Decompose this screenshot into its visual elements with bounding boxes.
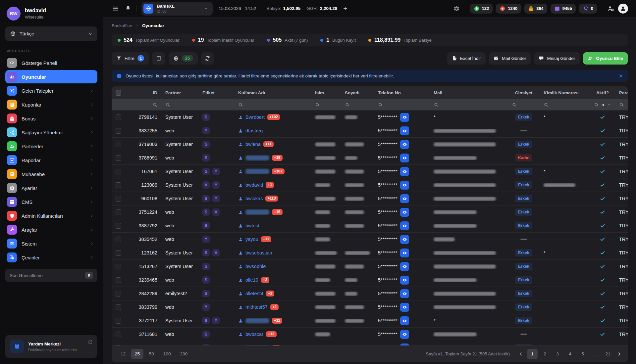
username-link[interactable]: mithtest57 [238,304,268,310]
column-header[interactable]: Mail [434,90,442,95]
username-link[interactable]: Bwrobert [238,114,265,120]
row-checkbox[interactable] [116,250,121,256]
add-button[interactable] [343,6,348,11]
column-header[interactable]: Kullanıcı Adı [238,90,265,95]
table-row[interactable]: 1513267 System User S bwsophie 5********… [112,259,628,273]
user-clock-button[interactable] [607,5,614,12]
page-21[interactable]: 21 [603,349,613,359]
username-link[interactable] [238,209,269,215]
reveal-phone-button[interactable] [400,194,409,203]
table-row[interactable]: 3835452 web Y yayou+11 5********* TRY [112,232,628,246]
excel-i-ndir-button[interactable]: Excel İndir [447,52,486,65]
username-link[interactable]: dfastreg [238,128,263,133]
brand-selector[interactable]: BahisXL ID: 50 [141,2,213,16]
mail-g-nder-button[interactable]: Mail Gönder [489,52,531,65]
column-header[interactable]: İsim [315,90,324,95]
page-1[interactable]: 1 [527,349,538,359]
reveal-phone-button[interactable] [400,113,409,122]
column-header[interactable]: Etiket [202,90,215,95]
table-row[interactable]: 123162 System User SV bwsebastian 5*****… [112,246,628,259]
counter-bonuses[interactable]: 364 [524,4,547,14]
sidebar-item-bonus[interactable]: Bonus [5,112,97,125]
username-link[interactable]: bwoscar [238,332,263,337]
column-header[interactable]: Partner [165,90,181,95]
settings-gear-button[interactable] [453,5,460,12]
language-select[interactable]: Türkçe [5,26,97,41]
next-page-icon[interactable] [616,351,622,357]
row-checkbox[interactable] [116,332,121,337]
username-link[interactable]: bwlena [238,142,261,147]
sidebar-item-cms[interactable]: CMS [5,195,97,208]
table-row[interactable]: 3387792 web S bwtest 5********* Erkek TR… [112,219,628,232]
columns-button[interactable] [152,52,165,65]
table-row[interactable]: 167061 System User SY +102 5********* Er… [112,164,628,178]
row-checkbox[interactable] [116,264,121,269]
table-row[interactable]: 3837255 web Y dfastreg 5********* TRY [112,124,628,137]
column-search-filter[interactable] [152,102,157,107]
table-row[interactable]: 3711681 web S bwoscar+12 5********* TRY [112,327,628,341]
username-link[interactable]: bwdavid [238,182,263,188]
reveal-phone-button[interactable] [400,276,409,285]
table-row[interactable]: 123089 System User VY bwdavid+1 5*******… [112,178,628,192]
table-row[interactable]: 3719003 System User S bwlena+11 5*******… [112,137,628,151]
sidebar-item-muhasebe[interactable]: Muhasebe [5,167,97,181]
row-checkbox[interactable] [116,182,121,188]
row-checkbox[interactable] [116,277,121,283]
column-header[interactable]: ID [153,90,158,95]
row-checkbox[interactable] [116,318,121,324]
column-search-filter[interactable] [434,102,439,107]
table-row[interactable]: 3751224 web SV +15 5********* Erkek TRY [112,205,628,219]
counter-withdrawals[interactable]: 1240 [496,4,521,14]
column-header[interactable]: Cinsiyet [515,90,533,95]
page-4[interactable]: 4 [565,349,575,359]
mesaj-g-nder-button[interactable]: Mesaj Gönder [534,52,580,65]
reveal-phone-button[interactable] [400,140,409,149]
sidebar-item-sa-lay-c-y-netimi[interactable]: Sağlayıcı Yönetimi [5,126,97,139]
row-checkbox[interactable] [116,209,121,215]
username-link[interactable]: olle10 [238,277,258,283]
sidebar-item-admin-kullan-c-lar-[interactable]: Admin Kullanıcıları [5,209,97,222]
aktif-filter-value[interactable]: a [602,102,604,107]
reveal-phone-button[interactable] [400,303,409,312]
select-all-checkbox[interactable] [116,90,121,96]
sidebar-item-kuponlar[interactable]: Kuponlar [5,98,97,111]
reveal-phone-button[interactable] [400,167,409,176]
table-row[interactable]: 3788991 web S +15 5********* Kadın TRY [112,151,628,164]
column-search-filter[interactable] [165,102,170,107]
sidebar-item-sistem[interactable]: Sistem [5,237,97,250]
table-row[interactable]: 960108 System User SY bwlukas+113 5*****… [112,192,628,205]
sidebar-item-g-sterge-paneli[interactable]: Gösterge Paneli [5,56,97,69]
column-search-filter[interactable] [512,102,517,107]
column-search-filter[interactable] [238,102,243,107]
reveal-phone-button[interactable] [400,181,409,190]
reveal-phone-button[interactable] [400,208,409,217]
column-header[interactable]: Aktif? [596,90,609,95]
refresh-button[interactable] [201,52,214,65]
table-row[interactable]: 2798141 System User S Bwrobert+102 5****… [112,110,628,124]
filter-button[interactable]: Filtre 1 [112,52,149,65]
column-search-filter[interactable] [544,102,549,107]
column-search-filter[interactable] [378,102,383,107]
table-row[interactable]: 3833799 web Y mithtest57+2 5********* Er… [112,300,628,314]
counter-messages[interactable]: 9455 [551,4,576,14]
page-2[interactable]: 2 [540,349,550,359]
reveal-phone-button[interactable] [400,316,409,325]
page-3[interactable]: 3 [552,349,563,359]
username-link[interactable]: bwtest [238,223,259,228]
reveal-phone-button[interactable] [400,249,409,257]
counter-calls[interactable]: 0 [579,4,597,14]
table-row[interactable]: 3718234 web S +1 5********* Erkek TRY [112,341,628,345]
username-link[interactable] [238,169,269,174]
page-5[interactable]: 5 [577,349,588,359]
column-header[interactable]: Kimlik Numarası [544,90,579,95]
row-checkbox[interactable] [116,155,121,161]
sidebar-item-raporlar[interactable]: Raporlar [5,154,97,167]
row-checkbox[interactable] [116,291,121,296]
last-update-row[interactable]: Son Güncelleme 0 [5,269,97,282]
reveal-phone-button[interactable] [400,126,409,135]
column-header[interactable]: Soyadı [345,90,359,95]
sidebar-item--eviriler[interactable]: Çeviriler [5,251,97,264]
row-checkbox[interactable] [116,196,121,202]
counter-deposits[interactable]: 122 [470,4,493,14]
username-link[interactable] [238,155,269,160]
